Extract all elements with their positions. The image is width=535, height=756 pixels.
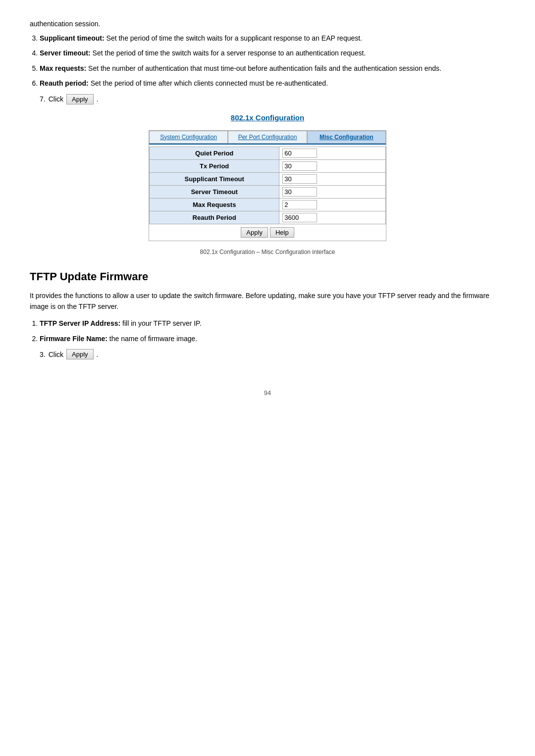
item3-text: Set the period of time the switch waits … [107, 34, 362, 42]
list-item-3: Supplicant timeout: Set the period of ti… [40, 33, 505, 44]
table-row: Quiet Period [150, 147, 386, 159]
config-row-value [279, 147, 386, 159]
tftp-list: TFTP Server IP Address: fill in your TFT… [40, 318, 505, 344]
apply-button-1[interactable]: Apply [66, 94, 94, 104]
config-input[interactable] [282, 161, 317, 171]
tftp-period: . [97, 351, 99, 358]
config-row-label: Reauth Period [150, 211, 279, 224]
config-row-label: Tx Period [150, 159, 279, 172]
tftp-item1-text: fill in your TFTP server IP. [122, 319, 202, 327]
item6-text: Set the period of time after which clien… [91, 79, 328, 87]
tftp-click-label: Click [49, 351, 63, 358]
item3-label: Supplicant timeout: [40, 34, 105, 42]
config-input[interactable] [282, 174, 317, 184]
config-input[interactable] [282, 200, 317, 209]
config-row-value [279, 172, 386, 185]
table-row: Reauth Period [150, 211, 386, 224]
tab-system-configuration[interactable]: System Configuration [149, 131, 228, 144]
config-row-label: Supplicant Timeout [150, 172, 279, 185]
config-caption: 802.1x Configuration – Misc Configuratio… [139, 249, 396, 255]
step-7-number: 7. [40, 95, 46, 103]
item6-label: Reauth period: [40, 79, 89, 87]
list-item-4: Server timeout: Set the period of time t… [40, 48, 505, 58]
config-row-value [279, 159, 386, 172]
tab-misc-configuration[interactable]: Misc Configuration [307, 131, 386, 144]
item4-label: Server timeout: [40, 49, 91, 57]
tftp-description: It provides the functions to allow a use… [30, 290, 505, 312]
period-1: . [97, 95, 99, 103]
config-tabs: System Configuration Per Port Configurat… [149, 131, 386, 145]
config-title: 802.1x Configuration [139, 113, 396, 123]
config-table: Quiet PeriodTx PeriodSupplicant TimeoutS… [149, 147, 386, 224]
config-box: System Configuration Per Port Configurat… [149, 130, 386, 241]
config-input[interactable] [282, 213, 317, 222]
item4-text: Set the period of time the switch waits … [93, 49, 366, 57]
tftp-list-item-1: TFTP Server IP Address: fill in your TFT… [40, 318, 505, 329]
table-row: Server Timeout [150, 185, 386, 198]
config-input[interactable] [282, 187, 317, 197]
tftp-apply-button[interactable]: Apply [66, 349, 94, 359]
click-label-1: Click [49, 95, 63, 103]
config-input[interactable] [282, 149, 317, 158]
tftp-item2-label: Firmware File Name: [40, 335, 107, 343]
config-row-value [279, 211, 386, 224]
click-apply-line-1: 7. Click Apply . [40, 94, 505, 104]
tab-per-port-configuration[interactable]: Per Port Configuration [228, 131, 307, 144]
tftp-section-title: TFTP Update Firmware [30, 270, 505, 283]
page-number: 94 [30, 389, 505, 397]
tftp-list-item-2: Firmware File Name: the name of firmware… [40, 333, 505, 344]
tftp-step-3-number: 3. [40, 351, 46, 358]
tftp-click-apply-line: 3. Click Apply . [40, 349, 505, 359]
table-row: Max Requests [150, 198, 386, 211]
tftp-item1-label: TFTP Server IP Address: [40, 319, 120, 327]
config-help-button[interactable]: Help [270, 227, 294, 238]
tftp-item2-text: the name of firmware image. [109, 335, 197, 343]
instructions-list: Supplicant timeout: Set the period of ti… [40, 33, 505, 89]
table-row: Supplicant Timeout [150, 172, 386, 185]
table-row: Tx Period [150, 159, 386, 172]
item5-label: Max requests: [40, 64, 86, 72]
list-item-5: Max requests: Set the number of authenti… [40, 63, 505, 74]
config-row-label: Max Requests [150, 198, 279, 211]
config-row-label: Server Timeout [150, 185, 279, 198]
config-row-value [279, 198, 386, 211]
config-diagram: 802.1x Configuration System Configuratio… [139, 113, 396, 255]
config-buttons: Apply Help [149, 224, 386, 241]
config-row-value [279, 185, 386, 198]
config-row-label: Quiet Period [150, 147, 279, 159]
intro-text: authentication session. [30, 20, 505, 28]
config-apply-button[interactable]: Apply [241, 227, 268, 238]
list-item-6: Reauth period: Set the period of time af… [40, 78, 505, 89]
tftp-section: TFTP Update Firmware It provides the fun… [30, 270, 505, 360]
item5-text: Set the number of authentication that mu… [88, 64, 441, 72]
